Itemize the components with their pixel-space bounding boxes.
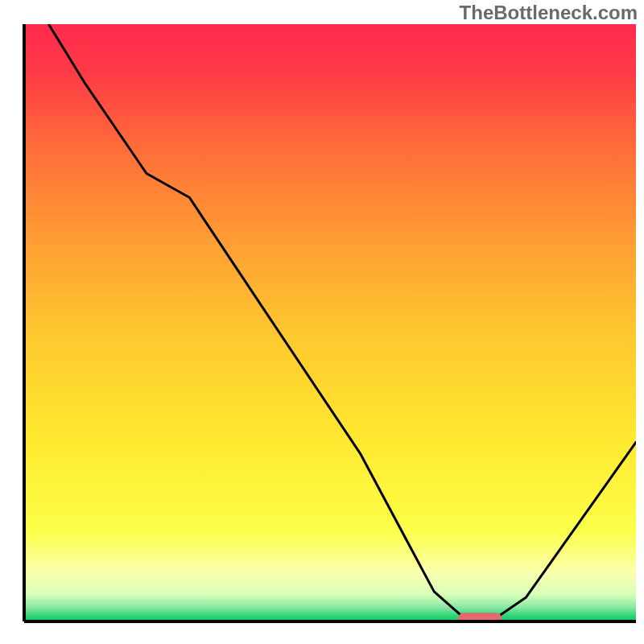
bottleneck-chart [0,0,644,644]
gradient-background [24,24,636,621]
chart-container: TheBottleneck.com [0,0,644,644]
